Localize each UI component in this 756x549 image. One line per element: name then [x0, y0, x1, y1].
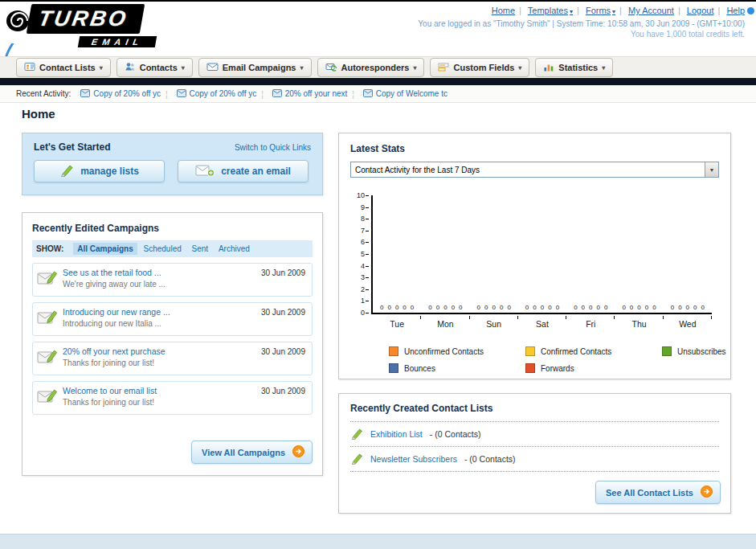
logo-title: TURBO [27, 4, 145, 34]
logo[interactable]: TURBO EMAIL [5, 3, 214, 50]
recent-activity-item[interactable]: Copy of 20% off yc [80, 89, 161, 99]
nav-tab-contact-lists[interactable]: Contact Lists ▾ [16, 58, 111, 77]
y-axis-tick-label: 10 [350, 191, 365, 199]
nav-tab-email-campaigns[interactable]: Email Campaigns ▾ [198, 58, 312, 77]
view-all-campaigns-button[interactable]: View All Campaigns [191, 440, 313, 464]
envelope-icon [80, 89, 90, 99]
campaign-date: 30 Jun 2009 [261, 307, 305, 317]
chart-value-label: 0 [387, 304, 390, 311]
legend-item: Forwards [525, 363, 662, 373]
separator: ¦ [261, 90, 264, 99]
campaign-list-item[interactable]: See us at the retail food ... We're givi… [32, 263, 313, 297]
envelope-pencil-icon [37, 268, 63, 290]
top-nav-link[interactable]: My Account [628, 6, 674, 15]
chart-value-labels: 00000 [470, 304, 518, 311]
top-nav-link[interactable]: Home [492, 6, 515, 15]
chart-value-label: 0 [492, 304, 495, 311]
switch-quick-links-link[interactable]: Switch to Quick Links [235, 143, 311, 152]
chart-value-label: 0 [403, 304, 406, 311]
legend-item: Bounces [389, 363, 525, 373]
y-axis-tick-label: 0 [350, 309, 365, 317]
campaign-list-item[interactable]: Welcome to our email list Thanks for joi… [32, 381, 313, 415]
envelope-pencil-icon [37, 346, 63, 369]
x-axis-label: Tue [373, 319, 421, 329]
y-axis-tick-label: 9 [350, 203, 365, 211]
envelope-icon [363, 89, 373, 99]
chart-value-label: 0 [574, 304, 577, 311]
recent-activity-item[interactable]: 20% off your next [272, 89, 348, 99]
campaign-date: 30 Jun 2009 [261, 386, 305, 395]
arrow-circle-icon [292, 445, 304, 459]
campaign-list-item[interactable]: Introducing our new range ... Introducin… [32, 302, 313, 336]
chart-category-group: 00000 [421, 195, 469, 313]
separator: | [619, 6, 622, 15]
chart-value-label: 0 [582, 304, 585, 311]
campaign-filter-tab[interactable]: All Campaigns [73, 243, 137, 255]
top-nav-link[interactable]: Forms▾ [586, 6, 615, 15]
chart-value-label: 0 [622, 304, 625, 311]
campaign-title: See us at the retail food ... [63, 268, 261, 277]
x-axis-label: Mon [421, 319, 469, 329]
y-axis-tick [366, 313, 369, 313]
chart-category-group: 00000 [664, 195, 712, 313]
contact-list-count: - (0 Contacts) [464, 454, 516, 464]
top-nav-link[interactable]: Help [726, 6, 745, 15]
create-email-button[interactable]: create an email [178, 160, 309, 182]
pencil-icon [350, 453, 363, 466]
y-axis-tick [366, 254, 369, 255]
campaign-filter-tab[interactable]: Scheduled [140, 243, 186, 255]
campaign-filter-tab[interactable]: Sent [188, 243, 213, 255]
chart-value-label: 0 [556, 304, 559, 311]
nav-tab-custom-fields[interactable]: Custom Fields ▾ [430, 58, 529, 77]
chart-value-label: 0 [395, 304, 398, 311]
campaign-filter-tab[interactable]: Archived [215, 243, 254, 255]
campaign-subtitle: Thanks for joining our list! [63, 358, 261, 367]
separator: ¦ [166, 90, 168, 99]
create-email-label: create an email [221, 166, 291, 177]
chevron-down-icon: ▾ [413, 64, 416, 72]
chart-value-label: 0 [701, 304, 705, 311]
y-axis-tick-label: 7 [350, 227, 365, 235]
y-axis-tick-label: 1 [350, 297, 365, 305]
chart-value-label: 0 [533, 304, 536, 311]
y-axis-tick [366, 231, 369, 231]
nav-tab-autoresponders[interactable]: Autoresponders ▾ [317, 58, 425, 77]
activity-chart: 109876543210 000000000000000000000000000… [350, 192, 719, 335]
envelope-plus-icon [195, 164, 215, 179]
legend-swatch [662, 346, 672, 356]
legend-label: Unconfirmed Contacts [404, 347, 484, 356]
chart-value-label: 0 [477, 304, 480, 311]
chart-value-label: 0 [411, 304, 414, 311]
page-footer [0, 534, 756, 549]
recent-activity-label: Recent Activity: [16, 89, 71, 98]
custom-fields-icon [438, 61, 449, 74]
chart-value-label: 0 [484, 304, 488, 311]
manage-lists-button[interactable]: manage lists [34, 160, 165, 182]
nav-tab-statistics[interactable]: Statistics ▾ [535, 58, 613, 77]
stats-range-select[interactable]: Contact Activity for the Last 7 Days ▼ [350, 162, 719, 178]
see-all-contact-lists-button[interactable]: See All Contact Lists [595, 481, 721, 504]
campaign-subtitle: Thanks for joining our list! [63, 398, 261, 407]
chevron-down-icon: ▾ [612, 8, 615, 15]
separator: | [519, 6, 521, 15]
chart-value-label: 0 [604, 304, 607, 311]
y-axis-tick-label: 3 [350, 273, 365, 281]
chart-category-group: 00000 [566, 195, 615, 313]
legend-swatch [525, 363, 535, 373]
see-all-contact-lists-label: See All Contact Lists [606, 488, 693, 498]
legend-swatch [389, 346, 398, 356]
campaign-subtitle: We're giving away our late ... [63, 280, 261, 289]
x-axis-label: Sun [470, 319, 518, 329]
chart-value-labels: 00000 [664, 304, 712, 311]
main-nav-tabs: Contact Lists ▾ Contacts ▾ Email Campaig… [0, 56, 756, 78]
recent-activity-item[interactable]: Copy of Welcome tc [363, 89, 447, 99]
contact-list-item[interactable]: Exhibition List - (0 Contacts) [350, 422, 719, 447]
top-nav-link[interactable]: Templates▾ [528, 6, 573, 15]
separator: | [577, 6, 579, 15]
top-nav-link[interactable]: Logout [687, 6, 714, 15]
recent-activity-item[interactable]: Copy of 20% off yc [177, 89, 257, 99]
contact-list-item[interactable]: Newsletter Subscribers - (0 Contacts) [350, 447, 719, 472]
nav-tab-contacts[interactable]: Contacts ▾ [116, 58, 193, 77]
chart-value-label: 0 [548, 304, 551, 311]
campaign-list-item[interactable]: 20% off your next purchase Thanks for jo… [32, 342, 313, 375]
